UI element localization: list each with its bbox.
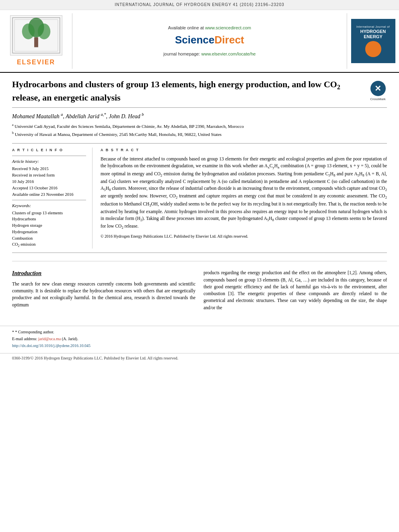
keyword-2: Hydrocarbons bbox=[12, 216, 86, 222]
intro-col-right: products regarding the energy production… bbox=[204, 269, 387, 314]
affiliation-b: b University of Hawaii at Manoa, Departm… bbox=[12, 131, 387, 138]
introduction-section: Introduction The search for new clean en… bbox=[12, 261, 387, 326]
article-title: Hydrocarbons and clusters of group 13 el… bbox=[12, 79, 369, 103]
intro-two-col: Introduction The search for new clean en… bbox=[12, 269, 387, 322]
received-revised-label: Received in revised form bbox=[12, 173, 86, 178]
article-info-abstract: A R T I C L E I N F O Article history: R… bbox=[12, 144, 387, 253]
intro-body-right: products regarding the energy production… bbox=[204, 269, 387, 311]
article-info-label: A R T I C L E I N F O bbox=[12, 148, 86, 153]
received-date: Received 9 July 2015 bbox=[12, 166, 86, 172]
article-info-column: A R T I C L E I N F O Article history: R… bbox=[12, 148, 93, 249]
crossmark-badge[interactable]: ✕ CrossMark bbox=[369, 81, 387, 101]
svg-point-3 bbox=[37, 24, 50, 39]
available-online-date: Available online 23 November 2016 bbox=[12, 192, 86, 197]
svg-rect-4 bbox=[34, 37, 38, 47]
sciencedirect-url[interactable]: www.sciencedirect.com bbox=[205, 25, 251, 30]
article-history-label: Article history: bbox=[12, 158, 86, 164]
abstract-column: A B S T R A C T Because of the interest … bbox=[101, 148, 387, 249]
keyword-6: CO2 emission bbox=[12, 242, 86, 248]
journal-homepage: journal homepage: www.elsevier.com/locat… bbox=[163, 51, 255, 57]
doi-link[interactable]: http://dx.doi.org/10.1016/j.ijhydene.201… bbox=[12, 343, 387, 349]
crossmark-icon: ✕ bbox=[370, 81, 386, 96]
elsevier-logo: ELSEVIER bbox=[0, 13, 72, 69]
crossmark-label: CrossMark bbox=[370, 97, 386, 101]
intro-col-left: Introduction The search for new clean en… bbox=[12, 269, 195, 314]
elsevier-wordmark: ELSEVIER bbox=[17, 58, 55, 67]
author-email[interactable]: jarid@uca.ma bbox=[38, 337, 61, 341]
journal-header: ELSEVIER Available online at www.science… bbox=[0, 10, 399, 73]
accepted-date: Accepted 13 October 2016 bbox=[12, 185, 86, 191]
copyright-notice: © 2016 Hydrogen Energy Publications LLC.… bbox=[101, 233, 387, 239]
journal-header-bar: INTERNATIONAL JOURNAL OF HYDROGEN ENERGY… bbox=[0, 0, 399, 10]
journal-title-bar: INTERNATIONAL JOURNAL OF HYDROGEN ENERGY… bbox=[115, 2, 284, 7]
journal-homepage-url[interactable]: www.elsevier.com/locate/he bbox=[202, 51, 256, 56]
keywords-label: Keywords: bbox=[12, 203, 86, 209]
center-header: Available online at www.sciencedirect.co… bbox=[72, 13, 347, 69]
authors-section: Mohamed Maatallah a, Abdellah Jarid a,*,… bbox=[12, 108, 387, 143]
keyword-1: Clusters of group 13 elements bbox=[12, 210, 86, 216]
keyword-5: Combustion bbox=[12, 236, 86, 242]
sciencedirect-logo: ScienceDirect bbox=[175, 33, 244, 47]
available-online-text: Available online at www.sciencedirect.co… bbox=[168, 25, 251, 31]
intro-body-left: The search for new clean energy resource… bbox=[12, 281, 195, 308]
authors-line: Mohamed Maatallah a, Abdellah Jarid a,*,… bbox=[12, 112, 387, 120]
footer-section: * * Corresponding author. E-mail address… bbox=[0, 326, 399, 353]
title-section: Hydrocarbons and clusters of group 13 el… bbox=[12, 73, 387, 108]
abstract-label: A B S T R A C T bbox=[101, 148, 387, 153]
section-spacer bbox=[12, 253, 387, 261]
issn-footer: 0360-3199/© 2016 Hydrogen Energy Publica… bbox=[0, 353, 399, 363]
elsevier-logo-image bbox=[10, 15, 62, 55]
email-note: E-mail address: jarid@uca.ma (A. Jarid). bbox=[12, 336, 387, 342]
abstract-text: Because of the interest attached to comp… bbox=[101, 156, 387, 239]
keyword-3: Hydrogen storage bbox=[12, 223, 86, 229]
main-content: Hydrocarbons and clusters of group 13 el… bbox=[0, 73, 399, 325]
keyword-4: Hydrogenation bbox=[12, 229, 86, 235]
hydrogen-energy-logo: International Journal of HYDROGENENERGY bbox=[351, 19, 395, 63]
corresponding-author-note: * * Corresponding author. bbox=[12, 329, 387, 335]
right-logo: International Journal of HYDROGENENERGY bbox=[347, 13, 399, 69]
svg-point-2 bbox=[22, 24, 34, 39]
affiliation-a: a Université Cadi Ayyad, Faculté des Sci… bbox=[12, 123, 387, 129]
received-revised-date: 10 July 2016 bbox=[12, 179, 86, 185]
logo-circle bbox=[365, 41, 381, 57]
introduction-heading: Introduction bbox=[12, 269, 195, 277]
